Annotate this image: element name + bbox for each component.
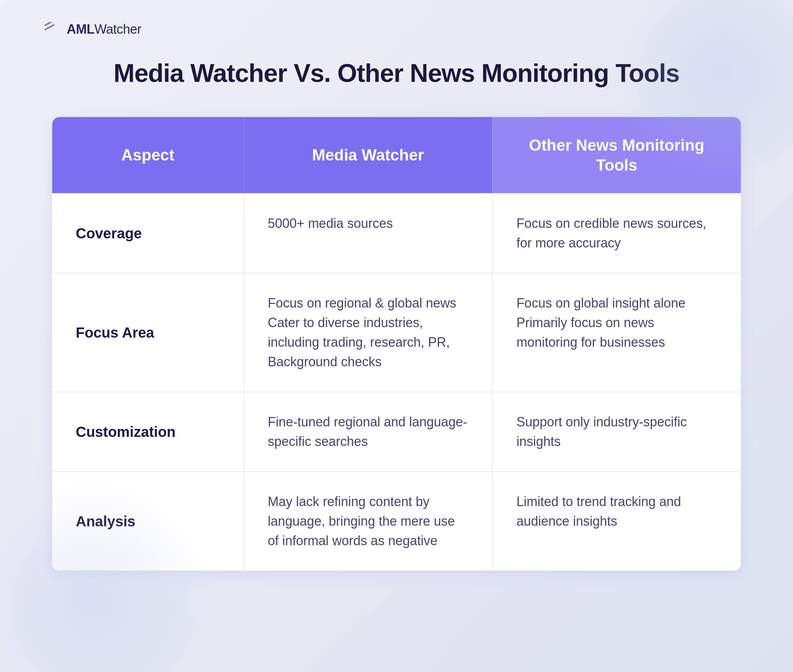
- logo-brand-rest: Watcher: [94, 22, 141, 37]
- value-analysis-media-watcher: May lack refining content by language, b…: [244, 472, 492, 571]
- value-focus-area-other-tools: Focus on global insight alone Primarily …: [492, 274, 741, 392]
- page-title: Media Watcher Vs. Other News Monitoring …: [114, 59, 679, 88]
- page-container: AMLWatcher Media Watcher Vs. Other News …: [0, 0, 793, 672]
- value-customization-media-watcher: Fine-tuned regional and language-specifi…: [244, 392, 492, 471]
- header-other-tools: Other News Monitoring Tools: [492, 117, 741, 193]
- logo-brand-strong: AML: [67, 22, 94, 37]
- value-coverage-other-tools: Focus on credible news sources, for more…: [492, 194, 741, 273]
- header-other-tools-text: Other News Monitoring Tools: [514, 135, 719, 175]
- aspect-analysis: Analysis: [52, 472, 244, 571]
- aspect-customization: Customization: [52, 392, 244, 471]
- header-aspect: Aspect: [52, 117, 244, 193]
- value-analysis-other-tools: Limited to trend tracking and audience i…: [492, 472, 741, 571]
- table-row-customization: Customization Fine-tuned regional and la…: [52, 392, 741, 471]
- header-media-watcher: Media Watcher: [244, 117, 492, 193]
- table-row-coverage: Coverage 5000+ media sources Focus on cr…: [52, 193, 741, 273]
- table-row-analysis: Analysis May lack refining content by la…: [52, 471, 741, 571]
- aspect-coverage: Coverage: [52, 194, 244, 273]
- table-row-focus-area: Focus Area Focus on regional & global ne…: [52, 273, 741, 392]
- value-customization-other-tools: Support only industry-specific insights: [492, 392, 741, 471]
- logo-icon: [43, 22, 62, 37]
- logo-text: AMLWatcher: [67, 22, 141, 37]
- table-header-row: Aspect Media Watcher Other News Monitori…: [52, 117, 741, 193]
- comparison-table: Aspect Media Watcher Other News Monitori…: [52, 117, 741, 571]
- value-focus-area-media-watcher: Focus on regional & global news Cater to…: [244, 274, 492, 392]
- svg-rect-3: [47, 24, 55, 29]
- logo-area: AMLWatcher: [43, 22, 750, 37]
- value-coverage-media-watcher: 5000+ media sources: [244, 194, 492, 273]
- aspect-focus-area: Focus Area: [52, 274, 244, 392]
